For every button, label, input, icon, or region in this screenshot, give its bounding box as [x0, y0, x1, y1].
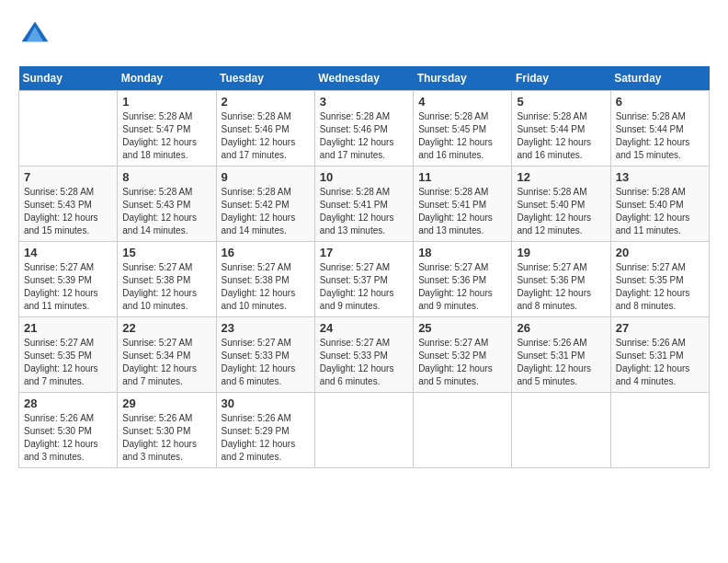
- calendar-cell: 11Sunrise: 5:28 AM Sunset: 5:41 PM Dayli…: [414, 167, 512, 242]
- day-number: 4: [418, 95, 506, 109]
- day-number: 26: [517, 321, 605, 335]
- day-number: 5: [517, 95, 605, 109]
- weekday-header-thursday: Thursday: [414, 66, 512, 91]
- calendar-cell: 29Sunrise: 5:26 AM Sunset: 5:30 PM Dayli…: [118, 393, 216, 468]
- calendar-cell: 16Sunrise: 5:27 AM Sunset: 5:38 PM Dayli…: [216, 242, 314, 317]
- day-info: Sunrise: 5:28 AM Sunset: 5:45 PM Dayligh…: [418, 110, 506, 162]
- day-info: Sunrise: 5:28 AM Sunset: 5:43 PM Dayligh…: [122, 186, 210, 237]
- day-info: Sunrise: 5:26 AM Sunset: 5:31 PM Dayligh…: [616, 337, 704, 388]
- logo: [18, 18, 57, 52]
- day-info: Sunrise: 5:27 AM Sunset: 5:35 PM Dayligh…: [24, 337, 112, 388]
- calendar-week-2: 7Sunrise: 5:28 AM Sunset: 5:43 PM Daylig…: [19, 167, 710, 242]
- day-number: 11: [418, 170, 506, 184]
- day-number: 10: [320, 170, 408, 184]
- day-number: 27: [616, 321, 704, 335]
- page-header: [18, 18, 710, 52]
- day-number: 24: [320, 321, 408, 335]
- weekday-header-sunday: Sunday: [19, 66, 118, 91]
- day-number: 15: [122, 246, 210, 259]
- calendar-cell: [414, 393, 512, 468]
- day-info: Sunrise: 5:26 AM Sunset: 5:30 PM Dayligh…: [122, 412, 210, 464]
- calendar-cell: 7Sunrise: 5:28 AM Sunset: 5:43 PM Daylig…: [19, 167, 118, 242]
- calendar-cell: 17Sunrise: 5:27 AM Sunset: 5:37 PM Dayli…: [314, 242, 413, 317]
- calendar-cell: 30Sunrise: 5:26 AM Sunset: 5:29 PM Dayli…: [216, 393, 314, 468]
- day-info: Sunrise: 5:27 AM Sunset: 5:38 PM Dayligh…: [222, 261, 310, 313]
- calendar-cell: 22Sunrise: 5:27 AM Sunset: 5:34 PM Dayli…: [118, 317, 216, 393]
- calendar-week-3: 14Sunrise: 5:27 AM Sunset: 5:39 PM Dayli…: [19, 242, 710, 317]
- day-info: Sunrise: 5:27 AM Sunset: 5:32 PM Dayligh…: [418, 337, 506, 388]
- day-number: 16: [222, 246, 310, 259]
- day-info: Sunrise: 5:27 AM Sunset: 5:39 PM Dayligh…: [24, 261, 112, 313]
- calendar-cell: 12Sunrise: 5:28 AM Sunset: 5:40 PM Dayli…: [512, 167, 610, 242]
- calendar-cell: [512, 393, 610, 468]
- day-number: 12: [517, 170, 605, 184]
- calendar-week-1: 1Sunrise: 5:28 AM Sunset: 5:47 PM Daylig…: [19, 91, 710, 167]
- day-info: Sunrise: 5:27 AM Sunset: 5:33 PM Dayligh…: [222, 337, 310, 388]
- weekday-header-row: SundayMondayTuesdayWednesdayThursdayFrid…: [19, 66, 710, 91]
- day-number: 19: [517, 246, 605, 259]
- day-number: 21: [24, 321, 112, 335]
- calendar-cell: 3Sunrise: 5:28 AM Sunset: 5:46 PM Daylig…: [314, 91, 413, 167]
- day-number: 3: [320, 95, 408, 109]
- day-info: Sunrise: 5:26 AM Sunset: 5:31 PM Dayligh…: [517, 337, 605, 388]
- day-info: Sunrise: 5:27 AM Sunset: 5:36 PM Dayligh…: [418, 261, 506, 313]
- day-info: Sunrise: 5:27 AM Sunset: 5:37 PM Dayligh…: [320, 261, 408, 313]
- calendar-cell: 2Sunrise: 5:28 AM Sunset: 5:46 PM Daylig…: [216, 91, 314, 167]
- day-info: Sunrise: 5:28 AM Sunset: 5:41 PM Dayligh…: [320, 186, 408, 237]
- calendar-cell: 5Sunrise: 5:28 AM Sunset: 5:44 PM Daylig…: [512, 91, 610, 167]
- day-info: Sunrise: 5:27 AM Sunset: 5:38 PM Dayligh…: [122, 261, 210, 313]
- day-number: 29: [122, 396, 210, 410]
- calendar-cell: 23Sunrise: 5:27 AM Sunset: 5:33 PM Dayli…: [216, 317, 314, 393]
- day-info: Sunrise: 5:28 AM Sunset: 5:46 PM Dayligh…: [222, 110, 310, 162]
- calendar-cell: 24Sunrise: 5:27 AM Sunset: 5:33 PM Dayli…: [314, 317, 413, 393]
- weekday-header-wednesday: Wednesday: [314, 66, 413, 91]
- calendar-cell: 8Sunrise: 5:28 AM Sunset: 5:43 PM Daylig…: [118, 167, 216, 242]
- day-info: Sunrise: 5:28 AM Sunset: 5:44 PM Dayligh…: [517, 110, 605, 162]
- day-number: 20: [616, 246, 704, 259]
- day-info: Sunrise: 5:28 AM Sunset: 5:43 PM Dayligh…: [24, 186, 112, 237]
- calendar-week-5: 28Sunrise: 5:26 AM Sunset: 5:30 PM Dayli…: [19, 393, 710, 468]
- day-info: Sunrise: 5:27 AM Sunset: 5:33 PM Dayligh…: [320, 337, 408, 388]
- calendar-cell: 27Sunrise: 5:26 AM Sunset: 5:31 PM Dayli…: [610, 317, 709, 393]
- day-info: Sunrise: 5:28 AM Sunset: 5:41 PM Dayligh…: [418, 186, 506, 237]
- calendar-cell: 28Sunrise: 5:26 AM Sunset: 5:30 PM Dayli…: [19, 393, 118, 468]
- logo-icon: [18, 18, 51, 52]
- calendar-table: SundayMondayTuesdayWednesdayThursdayFrid…: [18, 66, 710, 468]
- calendar-cell: [314, 393, 413, 468]
- calendar-cell: 14Sunrise: 5:27 AM Sunset: 5:39 PM Dayli…: [19, 242, 118, 317]
- weekday-header-friday: Friday: [512, 66, 610, 91]
- day-number: 25: [418, 321, 506, 335]
- day-number: 14: [24, 246, 112, 259]
- day-number: 9: [222, 170, 310, 184]
- day-info: Sunrise: 5:28 AM Sunset: 5:44 PM Dayligh…: [616, 110, 704, 162]
- calendar-cell: 18Sunrise: 5:27 AM Sunset: 5:36 PM Dayli…: [414, 242, 512, 317]
- day-number: 22: [122, 321, 210, 335]
- calendar-cell: 10Sunrise: 5:28 AM Sunset: 5:41 PM Dayli…: [314, 167, 413, 242]
- day-info: Sunrise: 5:26 AM Sunset: 5:30 PM Dayligh…: [24, 412, 112, 464]
- day-number: 17: [320, 246, 408, 259]
- day-info: Sunrise: 5:28 AM Sunset: 5:40 PM Dayligh…: [517, 186, 605, 237]
- day-number: 13: [616, 170, 704, 184]
- day-number: 1: [122, 95, 210, 109]
- calendar-cell: 9Sunrise: 5:28 AM Sunset: 5:42 PM Daylig…: [216, 167, 314, 242]
- day-info: Sunrise: 5:28 AM Sunset: 5:40 PM Dayligh…: [616, 186, 704, 237]
- calendar-cell: [610, 393, 709, 468]
- day-info: Sunrise: 5:28 AM Sunset: 5:46 PM Dayligh…: [320, 110, 408, 162]
- day-number: 28: [24, 396, 112, 410]
- calendar-cell: 25Sunrise: 5:27 AM Sunset: 5:32 PM Dayli…: [414, 317, 512, 393]
- calendar-cell: 1Sunrise: 5:28 AM Sunset: 5:47 PM Daylig…: [118, 91, 216, 167]
- calendar-cell: 21Sunrise: 5:27 AM Sunset: 5:35 PM Dayli…: [19, 317, 118, 393]
- calendar-cell: 6Sunrise: 5:28 AM Sunset: 5:44 PM Daylig…: [610, 91, 709, 167]
- day-number: 6: [616, 95, 704, 109]
- calendar-cell: 15Sunrise: 5:27 AM Sunset: 5:38 PM Dayli…: [118, 242, 216, 317]
- day-number: 2: [222, 95, 310, 109]
- calendar-cell: 4Sunrise: 5:28 AM Sunset: 5:45 PM Daylig…: [414, 91, 512, 167]
- calendar-cell: 26Sunrise: 5:26 AM Sunset: 5:31 PM Dayli…: [512, 317, 610, 393]
- day-info: Sunrise: 5:28 AM Sunset: 5:42 PM Dayligh…: [222, 186, 310, 237]
- calendar-cell: [19, 91, 118, 167]
- day-info: Sunrise: 5:27 AM Sunset: 5:34 PM Dayligh…: [122, 337, 210, 388]
- weekday-header-tuesday: Tuesday: [216, 66, 314, 91]
- weekday-header-monday: Monday: [118, 66, 216, 91]
- day-info: Sunrise: 5:28 AM Sunset: 5:47 PM Dayligh…: [122, 110, 210, 162]
- day-info: Sunrise: 5:27 AM Sunset: 5:36 PM Dayligh…: [517, 261, 605, 313]
